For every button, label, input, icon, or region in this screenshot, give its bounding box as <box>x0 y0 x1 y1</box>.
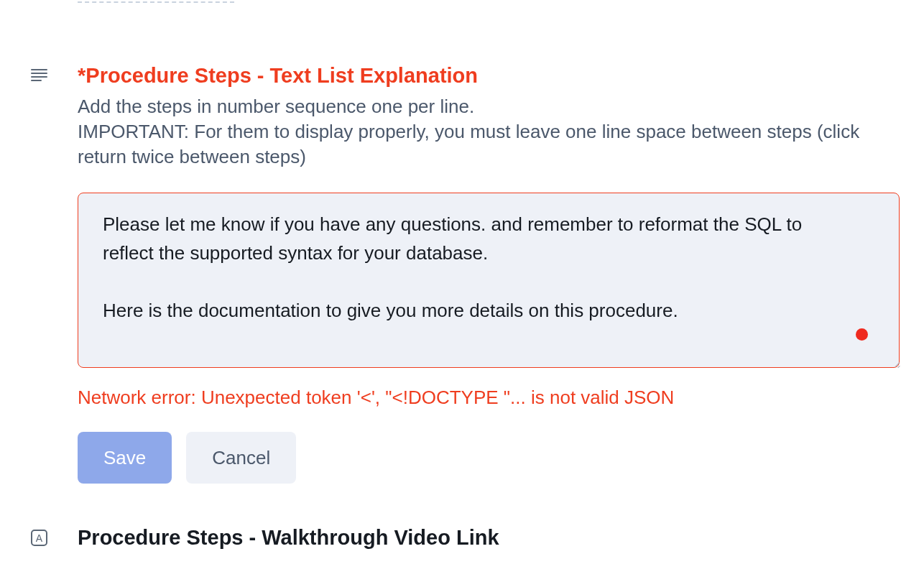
save-button[interactable]: Save <box>78 432 172 484</box>
text-a-icon: A <box>29 528 49 548</box>
procedure-steps-title: *Procedure Steps - Text List Explanation <box>78 62 904 90</box>
cancel-button[interactable]: Cancel <box>186 432 296 484</box>
previous-field-placeholder[interactable]: Click here to add <box>78 0 234 3</box>
video-link-title: Procedure Steps - Walkthrough Video Link <box>78 524 904 552</box>
svg-text:A: A <box>36 532 43 544</box>
list-lines-icon <box>29 66 49 86</box>
procedure-steps-textarea[interactable] <box>78 193 900 368</box>
error-message: Network error: Unexpected token '<', "<!… <box>78 387 904 409</box>
procedure-steps-description: Add the steps in number sequence one per… <box>78 94 904 170</box>
